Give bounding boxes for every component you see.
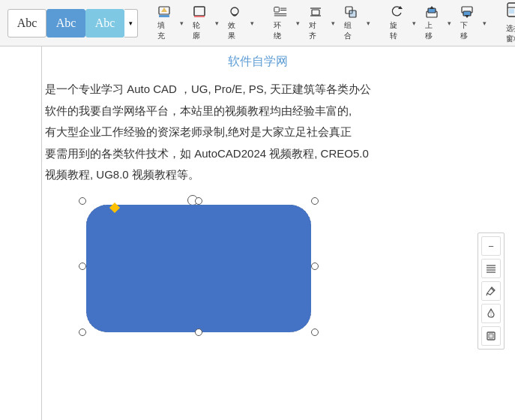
select-window-label: 选择窗格 [506, 23, 515, 44]
style-dropdown[interactable]: ▾ [124, 9, 138, 38]
style-btn-3[interactable]: Abc [85, 9, 124, 38]
svg-rect-2 [194, 7, 205, 16]
combine-label: 组合 [344, 20, 358, 41]
wrap-tool[interactable]: 环绕 [269, 4, 292, 43]
align-tool[interactable]: 对齐 [304, 4, 327, 43]
svg-rect-11 [312, 10, 319, 15]
document-body: 是一个专业学习 Auto CAD ，UG, Pro/E, PS, 天正建筑等各类… [45, 79, 470, 186]
outline-tool[interactable]: 轮廓 [188, 4, 211, 43]
down-tool[interactable]: 下移 [456, 4, 478, 43]
svg-rect-1 [159, 15, 169, 17]
down-dropdown-arrow[interactable]: ▾ [483, 20, 487, 27]
fill-dropdown-arrow[interactable]: ▾ [180, 20, 184, 27]
edit-icon [486, 286, 496, 296]
up-label: 上移 [425, 20, 439, 41]
wrap-dropdown-arrow[interactable]: ▾ [296, 20, 300, 27]
document-title: 软件自学网 [45, 54, 470, 70]
fill-color-btn[interactable] [481, 304, 501, 323]
rounded-rectangle-shape[interactable] [86, 205, 311, 332]
svg-rect-3 [194, 16, 205, 17]
wrap-icon [274, 5, 287, 19]
align-text-btn[interactable] [481, 259, 501, 278]
handle-middle-right[interactable] [311, 262, 319, 270]
outline-icon [193, 5, 206, 19]
shape-selection-wrapper[interactable] [82, 201, 315, 332]
fill-color-icon [486, 308, 496, 319]
rotate-dropdown-arrow[interactable]: ▾ [412, 20, 416, 27]
combine-tool[interactable]: 组合 [340, 4, 362, 43]
svg-rect-34 [489, 334, 493, 338]
handle-bottom-left[interactable] [79, 328, 86, 336]
down-icon [460, 5, 474, 19]
floating-toolbar: − [478, 232, 505, 350]
align-icon [309, 5, 322, 19]
handle-top-left[interactable] [79, 197, 86, 205]
up-dropdown-arrow[interactable]: ▾ [448, 20, 451, 27]
select-window-tool[interactable]: 选择窗格 [502, 2, 515, 44]
svg-line-31 [487, 293, 487, 296]
align-label: 对齐 [309, 20, 322, 41]
effect-tool[interactable]: 效果 [223, 4, 246, 43]
combine-dropdown-arrow[interactable]: ▾ [367, 20, 370, 27]
border-icon [486, 331, 496, 341]
fill-icon [157, 5, 171, 19]
effect-dropdown-arrow[interactable]: ▾ [250, 20, 254, 27]
handle-middle-left[interactable] [79, 262, 86, 270]
align-dropdown-arrow[interactable]: ▾ [331, 20, 335, 27]
wrap-label: 环绕 [274, 20, 287, 41]
edit-btn[interactable] [481, 281, 501, 301]
handle-bottom-center[interactable] [195, 328, 202, 336]
up-tool[interactable]: 上移 [421, 4, 443, 43]
style-btn-2[interactable]: Abc [46, 9, 85, 38]
outline-dropdown-arrow[interactable]: ▾ [215, 20, 219, 27]
shape-container [45, 201, 470, 332]
chevron-down-icon: ▾ [129, 20, 133, 27]
border-btn[interactable] [481, 326, 501, 346]
combine-icon [344, 5, 358, 19]
document-content: 软件自学网 是一个专业学习 Auto CAD ，UG, Pro/E, PS, 天… [0, 46, 515, 340]
svg-rect-24 [509, 9, 514, 14]
svg-point-4 [231, 8, 238, 15]
handle-top-center[interactable] [195, 197, 202, 205]
handle-bottom-right[interactable] [311, 328, 319, 336]
fill-label: 填充 [157, 20, 171, 41]
svg-rect-14 [349, 10, 356, 17]
up-icon [425, 5, 439, 19]
svg-marker-18 [430, 6, 434, 9]
svg-rect-5 [274, 7, 280, 12]
select-window-icon [506, 2, 515, 21]
rotate-icon [390, 5, 403, 19]
svg-marker-21 [465, 15, 469, 18]
effect-icon [228, 5, 241, 19]
minus-btn[interactable]: − [481, 236, 501, 256]
rotate-tool[interactable]: 旋转 [385, 4, 408, 43]
fill-tool[interactable]: 填充 [153, 4, 175, 43]
rotate-label: 旋转 [390, 20, 403, 41]
style-buttons-group: Abc Abc Abc ▾ [7, 9, 138, 38]
down-label: 下移 [460, 20, 474, 41]
handle-top-right[interactable] [311, 197, 319, 205]
toolbar: Abc Abc Abc ▾ 填充 ▾ 轮廓 ▾ 效果 ▾ [0, 0, 515, 46]
style-btn-1[interactable]: Abc [7, 9, 46, 38]
effect-label: 效果 [228, 20, 241, 41]
outline-label: 轮廓 [193, 20, 206, 41]
align-text-icon [486, 263, 496, 274]
